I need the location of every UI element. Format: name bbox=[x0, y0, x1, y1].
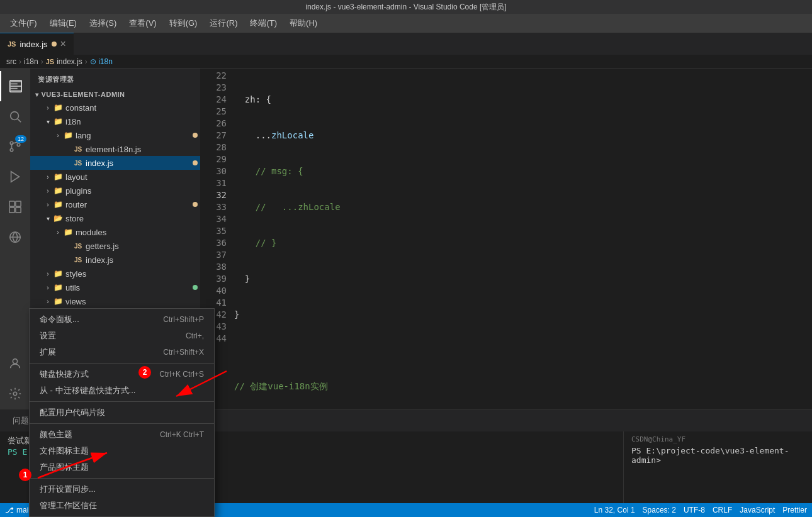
ctx-snippets[interactable]: 配置用户代码片段 bbox=[30, 404, 214, 421]
ctx-label-file-icon: 文件图标主题 bbox=[40, 445, 89, 457]
menu-section-3: 配置用户代码片段 bbox=[30, 402, 214, 424]
ctx-label-cmd: 命令面板... bbox=[40, 314, 79, 325]
menu-section-5: 打开设置同步... 管理工作区信任 bbox=[30, 479, 214, 516]
shortcut-cmd: Ctrl+Shift+P bbox=[163, 315, 204, 324]
annotation-badge-1: 1 bbox=[19, 469, 31, 481]
ctx-extensions[interactable]: 扩展 Ctrl+Shift+X bbox=[30, 344, 214, 360]
ctx-command-palette[interactable]: 命令面板... Ctrl+Shift+P bbox=[30, 311, 214, 328]
shortcut-keyboard: Ctrl+K Ctrl+S bbox=[159, 370, 204, 379]
ctx-keyboard[interactable]: 键盘快捷方式 Ctrl+K Ctrl+S bbox=[30, 366, 214, 382]
menu-section-1: 命令面板... Ctrl+Shift+P 设置 Ctrl+, 扩展 Ctrl+S… bbox=[30, 309, 214, 364]
shortcut-settings: Ctrl+, bbox=[186, 331, 204, 340]
ctx-color-theme[interactable]: 颜色主题 Ctrl+K Ctrl+T bbox=[30, 426, 214, 443]
context-menu-overlay[interactable]: 命令面板... Ctrl+Shift+P 设置 Ctrl+, 扩展 Ctrl+S… bbox=[0, 0, 812, 517]
menu-section-2: 键盘快捷方式 Ctrl+K Ctrl+S 从 - 中迁移键盘快捷方式... bbox=[30, 364, 214, 402]
shortcut-extensions: Ctrl+Shift+X bbox=[163, 348, 204, 357]
ctx-label-color: 颜色主题 bbox=[40, 429, 72, 440]
ctx-label-sync: 打开设置同步... bbox=[40, 484, 96, 495]
ctx-label-trust: 管理工作区信任 bbox=[40, 500, 97, 511]
ctx-migrate[interactable]: 从 - 中迁移键盘快捷方式... bbox=[30, 382, 214, 399]
ctx-file-icon[interactable]: 文件图标主题 bbox=[30, 443, 214, 459]
context-menu: 命令面板... Ctrl+Shift+P 设置 Ctrl+, 扩展 Ctrl+S… bbox=[29, 308, 215, 517]
annotation-badge-2: 2 bbox=[138, 366, 151, 379]
ctx-label-snippets: 配置用户代码片段 bbox=[40, 407, 105, 418]
ctx-label-extensions: 扩展 bbox=[40, 347, 56, 358]
menu-section-4: 颜色主题 Ctrl+K Ctrl+T 文件图标主题 产品图标主题 bbox=[30, 424, 214, 479]
ctx-product-icon[interactable]: 产品图标主题 bbox=[30, 459, 214, 475]
ctx-label-migrate: 从 - 中迁移键盘快捷方式... bbox=[40, 385, 135, 396]
ctx-sync[interactable]: 打开设置同步... bbox=[30, 481, 214, 498]
ctx-label-product-icon: 产品图标主题 bbox=[40, 462, 89, 473]
ctx-label-settings: 设置 bbox=[40, 330, 56, 342]
ctx-label-keyboard: 键盘快捷方式 bbox=[40, 369, 89, 380]
shortcut-color: Ctrl+K Ctrl+T bbox=[160, 430, 204, 439]
ctx-settings[interactable]: 设置 Ctrl+, bbox=[30, 328, 214, 344]
ctx-trust[interactable]: 管理工作区信任 bbox=[30, 498, 214, 514]
